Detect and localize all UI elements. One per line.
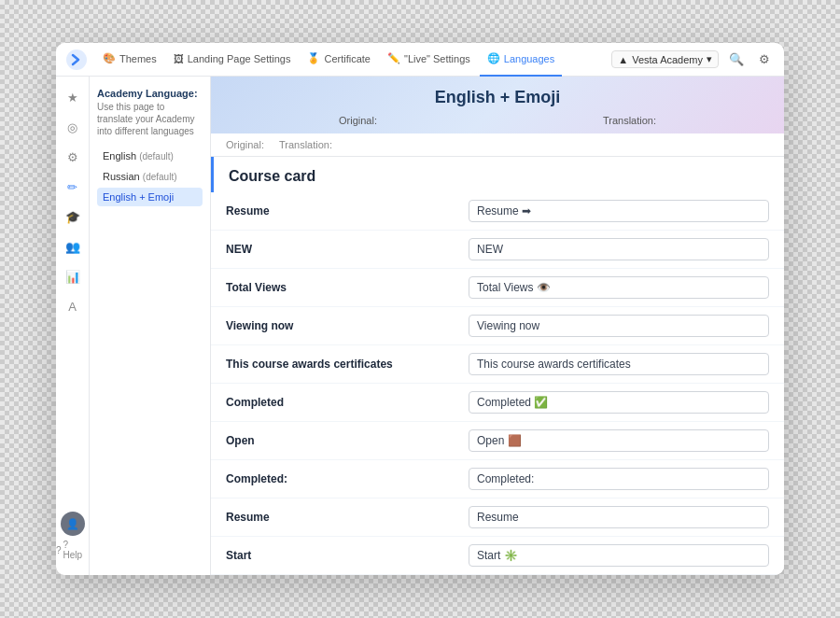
logo bbox=[65, 49, 88, 71]
row-original-resume2: Resume bbox=[226, 511, 469, 524]
trans-input-open[interactable] bbox=[469, 429, 769, 452]
live-icon: ✏️ bbox=[387, 52, 400, 64]
academy-icon: ▲ bbox=[618, 54, 628, 65]
landing-icon: 🖼 bbox=[174, 53, 184, 64]
settings-button[interactable]: ⚙ bbox=[754, 49, 775, 70]
table-row: Start bbox=[211, 537, 784, 575]
search-button[interactable]: 🔍 bbox=[726, 49, 747, 70]
row-original-viewing-now: Viewing now bbox=[226, 319, 469, 332]
table-row: This course awards certificates bbox=[211, 345, 784, 384]
header-col-translation: Translation: bbox=[603, 115, 656, 126]
sidebar-bottom: 👤 ? ? Help bbox=[56, 512, 89, 568]
tab-certificate[interactable]: 🏅 Certificate bbox=[300, 43, 378, 77]
sidebar-icons: ★ ◎ ⚙ ✏ 🎓 👥 📊 A 👤 ? ? Help bbox=[56, 77, 90, 575]
row-original-start: Start bbox=[226, 549, 469, 562]
help-icon: ? bbox=[56, 545, 62, 555]
trans-bar-original: Original: bbox=[226, 139, 264, 150]
trans-input-resume2[interactable] bbox=[469, 506, 769, 528]
row-original-completed-colon: Completed: bbox=[226, 472, 469, 485]
section-header: Course card bbox=[211, 157, 784, 192]
row-value-completed bbox=[469, 391, 769, 414]
content-header: English + Emoji Original: Translation: bbox=[211, 77, 784, 133]
row-value-total-views bbox=[469, 276, 769, 299]
languages-icon: 🌐 bbox=[487, 52, 500, 64]
table-row: Resume bbox=[211, 192, 784, 231]
certificate-icon: 🏅 bbox=[307, 52, 320, 64]
row-original-completed: Completed bbox=[226, 396, 469, 409]
trans-input-resume[interactable] bbox=[469, 200, 769, 222]
content-area: English + Emoji Original: Translation: O… bbox=[211, 77, 784, 575]
table-row: Open bbox=[211, 422, 784, 460]
row-original-open: Open bbox=[226, 434, 469, 447]
sidebar-item-circle[interactable]: ◎ bbox=[60, 114, 86, 140]
main-body: ★ ◎ ⚙ ✏ 🎓 👥 📊 A 👤 ? ? Help Academy Langu… bbox=[56, 77, 784, 575]
lang-panel-title: Academy Language: bbox=[97, 88, 203, 99]
row-original-new: NEW bbox=[226, 243, 469, 256]
tab-languages[interactable]: 🌐 Languages bbox=[480, 43, 562, 77]
app-window: 🎨 Themes 🖼 Landing Page Settings 🏅 Certi… bbox=[56, 43, 784, 575]
section-title: Course card bbox=[229, 168, 315, 185]
lang-item-russian[interactable]: Russian (default) bbox=[97, 167, 203, 186]
avatar-icon: 👤 bbox=[66, 518, 79, 530]
sidebar-item-font[interactable]: A bbox=[60, 293, 86, 319]
row-original-resume: Resume bbox=[226, 204, 469, 218]
row-original-course-certs: This course awards certificates bbox=[226, 358, 469, 371]
table-row: NEW bbox=[211, 231, 784, 269]
nav-right: ▲ Vesta Academy ▾ 🔍 ⚙ bbox=[611, 49, 775, 70]
lang-russian-tag: (default) bbox=[143, 172, 177, 182]
trans-input-new[interactable] bbox=[469, 238, 769, 260]
academy-label: Vesta Academy bbox=[632, 54, 703, 65]
themes-icon: 🎨 bbox=[103, 52, 116, 64]
sidebar-item-gear[interactable]: ⚙ bbox=[60, 144, 86, 170]
sidebar-item-people[interactable]: 👥 bbox=[60, 233, 86, 260]
trans-input-total-views[interactable] bbox=[469, 276, 769, 299]
row-value-open bbox=[469, 429, 769, 452]
row-value-viewing-now bbox=[469, 315, 769, 337]
lang-item-english[interactable]: English (default) bbox=[97, 147, 203, 165]
table-row: Viewing now bbox=[211, 307, 784, 345]
row-original-total-views: Total Views bbox=[226, 281, 469, 294]
trans-bar-translation: Translation: bbox=[279, 139, 332, 150]
trans-input-completed[interactable] bbox=[469, 391, 769, 414]
sidebar-item-chart[interactable]: 📊 bbox=[60, 263, 86, 289]
lang-item-english-emoji[interactable]: English + Emoji bbox=[97, 188, 203, 206]
row-value-course-certs bbox=[469, 353, 769, 375]
sidebar-item-graduation[interactable]: 🎓 bbox=[60, 204, 86, 230]
chevron-down-icon: ▾ bbox=[707, 53, 712, 65]
trans-input-completed-colon[interactable] bbox=[469, 468, 769, 490]
row-value-resume bbox=[469, 200, 769, 222]
header-col-original: Original: bbox=[339, 115, 377, 126]
nav-tabs: 🎨 Themes 🖼 Landing Page Settings 🏅 Certi… bbox=[95, 43, 611, 77]
row-value-completed-colon bbox=[469, 468, 769, 490]
lang-panel-description: Use this page to translate your Academy … bbox=[97, 101, 203, 137]
content-header-title: English + Emoji bbox=[226, 88, 769, 107]
table-row: Total Views bbox=[211, 269, 784, 307]
header-columns: Original: Translation: bbox=[226, 115, 769, 133]
language-panel: Academy Language: Use this page to trans… bbox=[90, 77, 211, 575]
table-row: Completed bbox=[211, 384, 784, 422]
avatar[interactable]: 👤 bbox=[61, 512, 85, 536]
table-row: Resume bbox=[211, 499, 784, 537]
row-value-new bbox=[469, 238, 769, 260]
row-value-resume2 bbox=[469, 506, 769, 528]
academy-btn[interactable]: ▲ Vesta Academy ▾ bbox=[611, 50, 719, 68]
table-row: Completed: bbox=[211, 460, 784, 499]
trans-input-start[interactable] bbox=[469, 544, 769, 567]
tab-landing[interactable]: 🖼 Landing Page Settings bbox=[166, 43, 299, 77]
lang-english-tag: (default) bbox=[139, 151, 174, 162]
svg-point-0 bbox=[66, 49, 87, 70]
sidebar-item-pen[interactable]: ✏ bbox=[60, 174, 86, 200]
trans-input-course-certs[interactable] bbox=[469, 353, 769, 375]
lang-russian-label: Russian bbox=[103, 171, 140, 182]
tab-live-settings[interactable]: ✏️ "Live" Settings bbox=[380, 43, 478, 77]
top-nav: 🎨 Themes 🖼 Landing Page Settings 🏅 Certi… bbox=[56, 43, 784, 77]
sidebar-item-star[interactable]: ★ bbox=[60, 84, 86, 110]
table-area: Course card Resume NEW Total Views bbox=[211, 157, 784, 575]
trans-input-viewing-now[interactable] bbox=[469, 315, 769, 337]
lang-english-emoji-label: English + Emoji bbox=[103, 191, 174, 203]
translation-bar: Original: Translation: bbox=[211, 133, 784, 157]
help-button[interactable]: ? ? Help bbox=[56, 540, 89, 560]
tab-themes[interactable]: 🎨 Themes bbox=[95, 43, 164, 77]
lang-english-label: English bbox=[103, 150, 136, 162]
row-value-start bbox=[469, 544, 769, 567]
